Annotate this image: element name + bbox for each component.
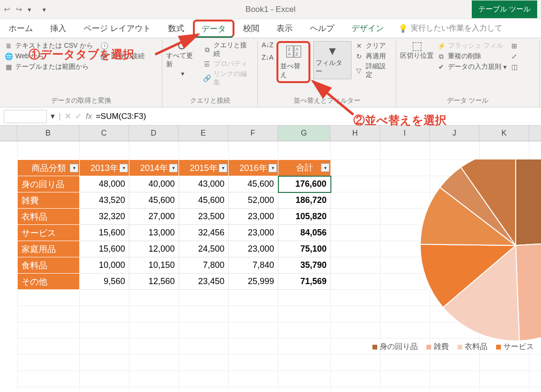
tab-design[interactable]: デザイン bbox=[343, 19, 392, 38]
data-cell[interactable]: 23,450 bbox=[179, 274, 229, 290]
category-cell[interactable]: サービス bbox=[18, 225, 80, 241]
table-header[interactable]: 2016年▾ bbox=[229, 160, 278, 176]
clear-filter-button[interactable]: ✕クリア bbox=[354, 41, 386, 51]
pie-chart[interactable] bbox=[334, 159, 541, 392]
data-cell[interactable]: 25,999 bbox=[229, 274, 278, 290]
filter-dropdown-icon[interactable]: ▾ bbox=[70, 164, 78, 172]
total-cell[interactable]: 71,569 bbox=[278, 274, 331, 290]
category-cell[interactable]: 身の回り品 bbox=[18, 176, 80, 192]
data-cell[interactable]: 45,600 bbox=[179, 192, 229, 209]
data-cell[interactable]: 10,000 bbox=[80, 257, 129, 274]
data-cell[interactable]: 32,320 bbox=[80, 209, 129, 225]
name-box-dropdown-icon[interactable]: ▾ bbox=[51, 111, 55, 121]
col-header-k[interactable]: K bbox=[479, 126, 529, 141]
category-cell[interactable]: 雑費 bbox=[18, 192, 80, 209]
data-cell[interactable]: 23,000 bbox=[229, 241, 278, 257]
text-to-columns-button[interactable]: ⬚ 区切り位置 bbox=[400, 41, 434, 60]
data-cell[interactable]: 43,520 bbox=[80, 192, 129, 209]
data-cell[interactable]: 9,560 bbox=[80, 274, 129, 290]
table-header[interactable]: 2014年▾ bbox=[129, 160, 179, 176]
dropdown-icon[interactable]: ▾ bbox=[181, 70, 184, 77]
col-header-d[interactable]: D bbox=[129, 126, 179, 141]
category-cell[interactable]: 家庭用品 bbox=[18, 241, 80, 257]
cancel-formula-icon[interactable]: ✕ bbox=[64, 111, 71, 121]
pie-slice[interactable] bbox=[516, 240, 541, 341]
remove-duplicates-button[interactable]: ⧉重複の削除 bbox=[436, 52, 481, 61]
data-cell[interactable]: 15,600 bbox=[80, 241, 129, 257]
data-cell[interactable]: 27,000 bbox=[129, 209, 179, 225]
total-cell[interactable]: 105,820 bbox=[278, 209, 331, 225]
table-header[interactable]: 2015年▾ bbox=[179, 160, 229, 176]
manage-data-model-button[interactable]: ◫ bbox=[509, 62, 519, 72]
table-header[interactable]: 2013年▾ bbox=[80, 160, 129, 176]
data-cell[interactable]: 24,500 bbox=[179, 241, 229, 257]
col-header-f[interactable]: F bbox=[228, 126, 278, 141]
reapply-button[interactable]: ↻再適用 bbox=[354, 52, 386, 61]
tab-pagelayout[interactable]: ページ レイアウト bbox=[75, 19, 159, 38]
table-header[interactable]: 商品分類▾ bbox=[18, 160, 80, 176]
data-cell[interactable]: 23,500 bbox=[179, 209, 229, 225]
data-cell[interactable]: 40,000 bbox=[129, 176, 179, 192]
consolidate-button[interactable]: ⊞ bbox=[509, 41, 519, 51]
filter-dropdown-icon[interactable]: ▾ bbox=[169, 164, 178, 172]
grid-area[interactable]: 商品分類▾2013年▾2014年▾2015年▾2016年▾合計▾ 身の回り品48… bbox=[0, 141, 541, 392]
total-cell[interactable]: 35,790 bbox=[278, 257, 331, 274]
data-cell[interactable]: 43,000 bbox=[179, 176, 229, 192]
tab-view[interactable]: 表示 bbox=[268, 19, 301, 38]
data-cell[interactable]: 45,600 bbox=[229, 176, 278, 192]
data-cell[interactable]: 23,000 bbox=[229, 225, 278, 241]
table-header[interactable]: 合計▾ bbox=[278, 160, 331, 176]
sort-desc-button[interactable]: Z↓A bbox=[262, 53, 274, 61]
filter-dropdown-icon[interactable]: ▾ bbox=[119, 164, 128, 172]
sort-asc-button[interactable]: A↓Z bbox=[262, 41, 274, 49]
total-cell[interactable]: 75,100 bbox=[278, 241, 331, 257]
data-cell[interactable]: 32,456 bbox=[179, 225, 229, 241]
fx-label[interactable]: fx bbox=[85, 112, 92, 121]
category-cell[interactable]: 食料品 bbox=[18, 257, 80, 274]
data-cell[interactable]: 45,600 bbox=[129, 192, 179, 209]
from-table-range-button[interactable]: ▦テーブルまたは範囲から bbox=[4, 62, 89, 72]
data-cell[interactable]: 7,840 bbox=[229, 257, 278, 274]
enter-formula-icon[interactable]: ✓ bbox=[75, 111, 82, 121]
category-cell[interactable]: その他 bbox=[18, 274, 80, 290]
filter-button[interactable]: ▼ フィルター bbox=[313, 41, 351, 79]
filter-dropdown-icon[interactable]: ▾ bbox=[268, 164, 277, 172]
qat-dropdown-icon[interactable]: ▾ bbox=[28, 6, 31, 13]
properties-button[interactable]: ☰プロパティ bbox=[202, 59, 247, 69]
data-cell[interactable]: 23,000 bbox=[229, 209, 278, 225]
name-box[interactable] bbox=[4, 110, 47, 123]
data-cell[interactable]: 7,800 bbox=[179, 257, 229, 274]
data-validation-button[interactable]: ✔データの入力規則 ▾ bbox=[436, 62, 507, 72]
filter-dropdown-icon[interactable]: ▾ bbox=[321, 163, 329, 172]
dropdown-icon[interactable]: ▾ bbox=[503, 63, 507, 71]
data-cell[interactable]: 12,560 bbox=[129, 274, 179, 290]
category-cell[interactable]: 衣料品 bbox=[18, 209, 80, 225]
data-cell[interactable]: 10,150 bbox=[129, 257, 179, 274]
col-header-g[interactable]: G bbox=[278, 126, 330, 141]
data-cell[interactable]: 15,600 bbox=[80, 225, 129, 241]
edit-links-button[interactable]: 🔗リンクの編集 bbox=[202, 70, 254, 87]
data-cell[interactable]: 52,000 bbox=[229, 192, 278, 209]
tab-home[interactable]: ホーム bbox=[0, 19, 42, 38]
tab-review[interactable]: 校閲 bbox=[234, 19, 268, 38]
data-cell[interactable]: 13,000 bbox=[129, 225, 179, 241]
tab-help[interactable]: ヘルプ bbox=[301, 19, 343, 38]
select-all-corner[interactable] bbox=[0, 126, 17, 141]
col-header-b[interactable]: B bbox=[17, 126, 79, 141]
relationships-button[interactable]: ⤢ bbox=[509, 52, 519, 61]
col-header-e[interactable]: E bbox=[179, 126, 228, 141]
tab-insert[interactable]: 挿入 bbox=[42, 19, 75, 38]
data-cell[interactable]: 48,000 bbox=[80, 176, 129, 192]
col-header-c[interactable]: C bbox=[79, 126, 129, 141]
tell-me-search[interactable]: 💡 実行したい作業を入力して bbox=[392, 20, 508, 37]
back-icon[interactable]: ↩ bbox=[4, 5, 10, 14]
total-cell[interactable]: 186,720 bbox=[278, 192, 331, 209]
total-cell[interactable]: 176,600 bbox=[278, 176, 331, 192]
filter-dropdown-icon[interactable]: ▾ bbox=[219, 164, 227, 172]
pie-slice[interactable] bbox=[516, 159, 541, 245]
qat-dropdown-icon-2[interactable]: ▾ bbox=[42, 6, 46, 13]
flash-fill-button[interactable]: ⚡フラッシュ フィル bbox=[436, 41, 503, 51]
redo-icon[interactable]: ↪ bbox=[16, 5, 22, 14]
data-cell[interactable]: 12,000 bbox=[129, 241, 179, 257]
total-cell[interactable]: 84,056 bbox=[278, 225, 331, 241]
